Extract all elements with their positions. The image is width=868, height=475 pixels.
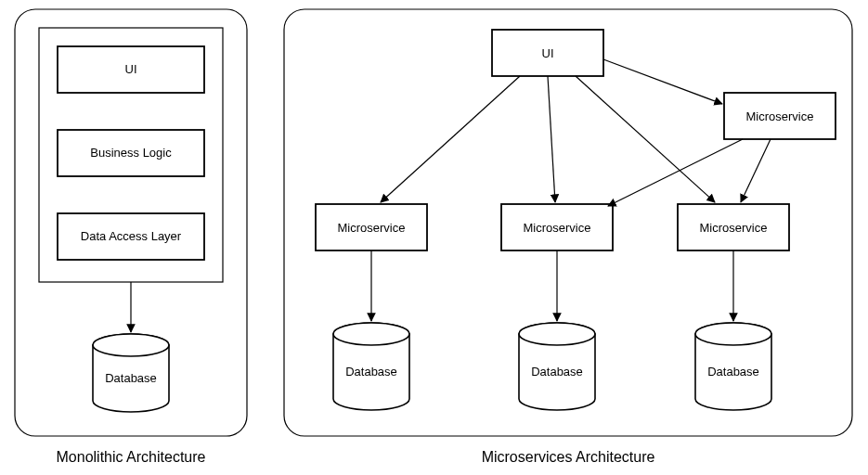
micro-box-ms4: Microservice	[724, 93, 836, 139]
svg-point-5	[93, 334, 169, 356]
svg-point-12	[333, 323, 409, 345]
micro-ms1-label: Microservice	[338, 221, 406, 235]
arrow-ui-ms3	[576, 76, 715, 202]
micro-box-ui: UI	[492, 30, 603, 76]
svg-point-14	[695, 323, 771, 345]
arrow-ui-ms2	[548, 76, 555, 202]
mono-data-label: Data Access Layer	[81, 229, 182, 243]
microservices-panel: UI Microservice Microservice Microservic…	[284, 9, 852, 465]
micro-db3: Database	[695, 323, 771, 410]
micro-ui-label: UI	[542, 46, 554, 60]
micro-box-ms1: Microservice	[316, 204, 427, 250]
mono-logic-label: Business Logic	[90, 146, 172, 160]
micro-ms2-label: Microservice	[524, 221, 591, 235]
micro-ms4-label: Microservice	[746, 109, 814, 123]
arrow-ui-ms1	[381, 76, 520, 202]
mono-box-business-logic: Business Logic	[58, 130, 204, 176]
mono-box-data-access: Data Access Layer	[58, 213, 204, 260]
arrow-ms4-ms3	[741, 139, 771, 202]
micro-db3-label: Database	[707, 365, 759, 379]
mono-db-label: Database	[105, 371, 157, 385]
mono-box-ui: UI	[58, 46, 204, 93]
svg-point-13	[519, 323, 595, 345]
micro-db2: Database	[519, 323, 595, 410]
micro-ms3-label: Microservice	[700, 221, 768, 235]
mono-db: Database	[93, 334, 169, 412]
microservices-caption: Microservices Architecture	[482, 449, 655, 465]
micro-box-ms3: Microservice	[678, 204, 789, 250]
micro-db1-label: Database	[345, 365, 397, 379]
architecture-diagram: UI Business Logic Data Access Layer Data…	[0, 0, 868, 475]
monolithic-panel: UI Business Logic Data Access Layer Data…	[15, 9, 247, 465]
arrow-ms4-ms2	[608, 139, 743, 206]
mono-ui-label: UI	[125, 62, 137, 76]
micro-db1: Database	[333, 323, 409, 410]
micro-box-ms2: Microservice	[501, 204, 613, 250]
micro-db2-label: Database	[531, 365, 583, 379]
monolithic-caption: Monolithic Architecture	[57, 449, 206, 465]
arrow-ui-ms4	[603, 59, 722, 104]
